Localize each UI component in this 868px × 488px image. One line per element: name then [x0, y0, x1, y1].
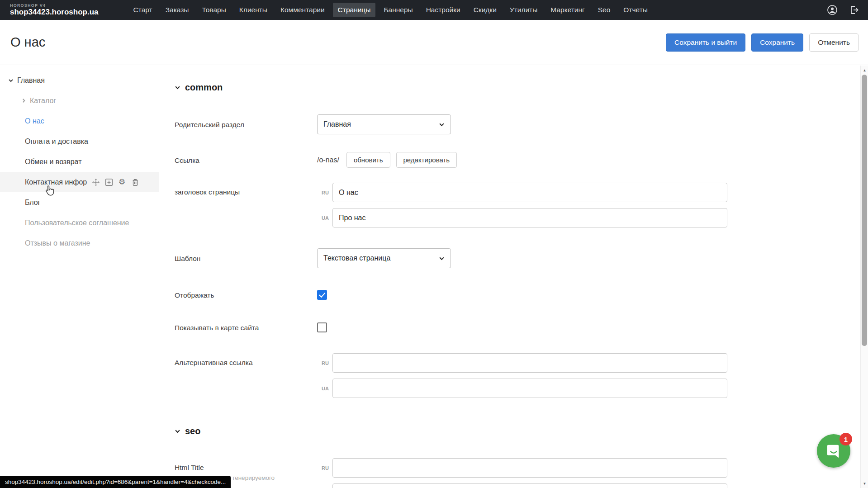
section-common-header[interactable]: common — [175, 82, 850, 93]
link-path-value: /o-nas/ — [317, 156, 339, 164]
nav-item-discounts[interactable]: Скидки — [469, 3, 502, 17]
sidebar-item-payment-delivery[interactable]: Оплата и доставка — [0, 131, 159, 152]
sidebar-item-label: Пользовательское соглашение — [25, 219, 129, 227]
save-button[interactable]: Сохранить — [751, 33, 803, 52]
lang-tag-ua: UA — [317, 386, 329, 391]
chat-bubble-icon — [825, 442, 842, 460]
brand-shop-domain: shop34423.horoshop.ua — [10, 8, 99, 16]
account-icon[interactable] — [826, 4, 838, 16]
sidebar-item-contact-info[interactable]: Контактная инфор ⚙ — [0, 172, 159, 192]
template-select-value: Текстовая страница — [323, 254, 390, 262]
link-edit-button[interactable]: редактировать — [396, 152, 457, 168]
nav-item-comments[interactable]: Комментарии — [275, 3, 330, 17]
nav-item-settings[interactable]: Настройки — [421, 3, 465, 17]
sidebar-item-label: Отзывы о магазине — [25, 239, 90, 247]
sidebar-item-exchange-return[interactable]: Обмен и возврат — [0, 152, 159, 172]
sidebar-item-user-agreement[interactable]: Пользовательское соглашение — [0, 213, 159, 233]
top-navigation-bar: HOROSHOP V4 shop34423.horoshop.ua Старт … — [0, 0, 868, 20]
browser-status-url: shop34423.horoshop.ua/edit/edit.php?id=6… — [0, 476, 231, 488]
section-seo-header[interactable]: seo — [175, 426, 850, 436]
sidebar-item-label: Обмен и возврат — [25, 158, 81, 166]
sidebar-item-label: Оплата и доставка — [25, 137, 88, 146]
field-label-link: Ссылка — [175, 156, 317, 165]
parent-section-select[interactable]: Главная — [317, 114, 451, 134]
field-label-page-title: заголовок страницы — [175, 183, 317, 196]
nav-item-pages[interactable]: Страницы — [333, 3, 376, 17]
nav-item-reports[interactable]: Отчеты — [618, 3, 653, 17]
sidebar-item-home[interactable]: Главная — [0, 70, 159, 90]
page-header: О нас Сохранить и выйти Сохранить Отмени… — [0, 20, 868, 65]
scrollbar-thumb[interactable] — [862, 75, 867, 346]
top-menu: Старт Заказы Товары Клиенты Комментарии … — [128, 3, 653, 17]
chat-widget-button[interactable]: 1 — [817, 434, 850, 468]
sidebar-item-blog[interactable]: Блог — [0, 192, 159, 213]
page-title: О нас — [10, 35, 45, 50]
chevron-down-icon — [175, 85, 180, 90]
display-checkbox[interactable] — [317, 290, 327, 300]
parent-section-select-value: Главная — [323, 120, 351, 128]
chevron-down-icon — [439, 256, 445, 261]
save-and-exit-button[interactable]: Сохранить и выйти — [666, 33, 745, 52]
alt-link-ua-input[interactable] — [332, 379, 727, 398]
nav-item-seo[interactable]: Seo — [593, 3, 616, 17]
nav-item-products[interactable]: Товары — [197, 3, 231, 17]
trash-icon[interactable] — [131, 178, 139, 186]
lang-tag-ru: RU — [317, 190, 329, 195]
nav-item-orders[interactable]: Заказы — [161, 3, 194, 17]
move-icon[interactable] — [91, 178, 100, 186]
chevron-right-icon[interactable] — [16, 98, 30, 103]
field-label-display: Отображать — [175, 290, 317, 299]
sitemap-checkbox[interactable] — [317, 322, 327, 332]
scroll-up-icon[interactable]: ▲ — [861, 66, 868, 74]
nav-item-start[interactable]: Старт — [128, 3, 157, 17]
sidebar-item-label: Каталог — [30, 97, 56, 105]
page-title-ua-input[interactable] — [332, 208, 727, 227]
sidebar-item-label: Блог — [25, 199, 41, 207]
pages-tree-sidebar: Главная Каталог О нас Оплата и доставка … — [0, 66, 159, 488]
logout-icon[interactable] — [848, 4, 860, 16]
field-label-alt-link: Альтернативная ссылка — [175, 353, 317, 367]
chat-unread-badge: 1 — [840, 433, 852, 445]
nav-item-marketing[interactable]: Маркетинг — [545, 3, 589, 17]
gear-icon[interactable]: ⚙ — [118, 178, 126, 186]
lang-tag-ru: RU — [317, 360, 329, 366]
section-title: seo — [185, 426, 200, 436]
alt-link-ru-input[interactable] — [332, 353, 727, 373]
template-select[interactable]: Текстовая страница — [317, 248, 451, 268]
nav-item-utilities[interactable]: Утилиты — [505, 3, 543, 17]
page-title-ru-input[interactable] — [332, 183, 727, 202]
nav-item-clients[interactable]: Клиенты — [234, 3, 272, 17]
sidebar-item-catalog[interactable]: Каталог — [0, 90, 159, 111]
sidebar-item-label: Главная — [17, 76, 45, 85]
vertical-scrollbar[interactable]: ▲ ▼ — [860, 66, 868, 488]
lang-tag-ua: UA — [317, 215, 329, 221]
chevron-down-icon — [439, 122, 445, 128]
brand-block[interactable]: HOROSHOP V4 shop34423.horoshop.ua — [10, 4, 99, 16]
sidebar-item-about[interactable]: О нас — [0, 111, 159, 131]
sidebar-item-label: О нас — [25, 117, 44, 125]
field-label-parent-section: Родительский раздел — [175, 120, 317, 129]
html-title-ru-input[interactable] — [332, 458, 727, 478]
nav-item-banners[interactable]: Баннеры — [379, 3, 417, 17]
chevron-down-icon — [175, 428, 180, 434]
chevron-down-icon[interactable] — [4, 78, 17, 83]
field-label-sitemap: Показывать в карте сайта — [175, 323, 317, 332]
cancel-button[interactable]: Отменить — [809, 33, 859, 52]
sidebar-item-store-reviews[interactable]: Отзывы о магазине — [0, 233, 159, 253]
lang-tag-ru: RU — [317, 465, 329, 471]
page-edit-form: common Родительский раздел Главная Ссылк… — [160, 66, 850, 488]
html-title-ua-input[interactable] — [332, 483, 727, 488]
sidebar-item-label: Контактная инфор — [25, 178, 87, 186]
add-icon[interactable] — [104, 178, 113, 186]
scroll-down-icon[interactable]: ▼ — [861, 480, 868, 487]
section-title: common — [185, 82, 223, 93]
field-label-template: Шаблон — [175, 254, 317, 263]
link-refresh-button[interactable]: обновить — [346, 152, 390, 168]
